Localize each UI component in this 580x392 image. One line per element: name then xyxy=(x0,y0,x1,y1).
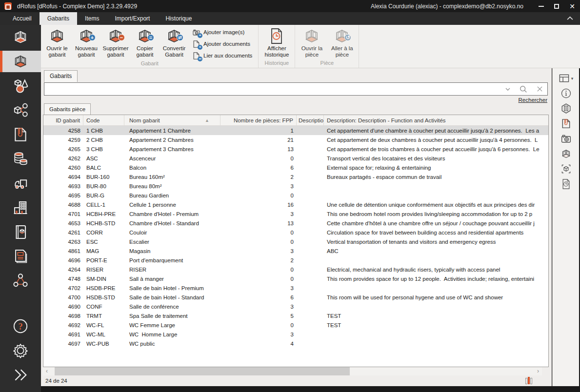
add-images-button[interactable]: + Ajouter image(s) xyxy=(191,28,252,37)
cell-code: PORT-E xyxy=(83,257,124,263)
cell-name: Appartement 1 Chambre xyxy=(124,128,220,134)
table-row[interactable]: 4692WC-FLWC Femme Large0TEST xyxy=(43,320,548,330)
table-row[interactable]: 4263ESCEscalier0Vertical transportation … xyxy=(43,237,548,246)
menu-tab-import-export[interactable]: Import/Export xyxy=(107,12,158,25)
rechercher-link[interactable]: Rechercher xyxy=(519,97,547,103)
button-label: Aller à la pièce xyxy=(327,45,357,58)
table-row[interactable]: 4748SM-DINSall à manger0This room provid… xyxy=(43,274,548,283)
sidebar-item-relations[interactable] xyxy=(0,270,41,292)
column-header-code[interactable]: Code xyxy=(83,115,124,125)
sidebar-item-items[interactable] xyxy=(0,75,41,97)
table-row[interactable]: 42581 CHBAppartement 1 Chambre1Cet appar… xyxy=(43,126,548,135)
button-label: Ajouter image(s) xyxy=(203,29,244,35)
menu-tab-items[interactable]: Items xyxy=(77,12,107,25)
sidebar-item-rooms[interactable] xyxy=(0,26,41,48)
table-body: 42581 CHBAppartement 1 Chambre1Cet appar… xyxy=(43,126,548,367)
show-history-button[interactable]: Afficher historique xyxy=(260,26,293,59)
minimize-icon xyxy=(539,6,544,7)
go-to-room-button[interactable]: ↺ Aller à la pièce xyxy=(327,26,357,59)
copy-template-button[interactable]: = Copier gabarit xyxy=(130,26,160,60)
table-row[interactable]: 4861MAGMagasin3ABC xyxy=(43,246,548,255)
table-row[interactable]: 4688CELL-1Cellule 1 personne16Une cellul… xyxy=(43,200,548,209)
column-header-id[interactable]: ID gabarit xyxy=(43,115,83,125)
left-sidebar xyxy=(0,25,41,392)
cell-id: 4701 xyxy=(43,211,83,217)
sidebar-item-attachments[interactable] xyxy=(0,124,41,145)
convert-template-button[interactable]: ⇄ Convertir Gabarit xyxy=(160,26,189,60)
scroll-right-arrow-icon[interactable]: › xyxy=(534,367,542,375)
sidebar-expand-button[interactable] xyxy=(0,364,41,386)
menu-tab-historique[interactable]: Historique xyxy=(158,12,200,25)
scrollbar-track[interactable] xyxy=(51,367,534,375)
sidebar-item-product-catalog[interactable] xyxy=(0,221,41,243)
cell-description-function: Circulation space for travel between bui… xyxy=(324,230,548,235)
menu-tab-gabarits[interactable]: Gabarits xyxy=(40,12,77,25)
column-header-name[interactable]: Nom gabarit▲ xyxy=(124,115,220,125)
table-row[interactable]: 4653HCHB-STDChambre d'Hotel - Standard13… xyxy=(43,218,548,228)
table-row[interactable]: 4697WC-PUBWC public4 xyxy=(43,339,548,348)
table-row[interactable]: 42592 CHBAppartement 2 Chambres21Cet app… xyxy=(43,135,548,144)
history-panel-button[interactable] xyxy=(553,176,579,192)
cell-id: 4653 xyxy=(43,220,83,226)
table-row[interactable]: 4696PORT-EPort d'embarquement2 xyxy=(43,255,548,265)
cell-code: HSDB-STD xyxy=(83,294,124,300)
table-row[interactable]: 4261CORRCouloir0Circulation space for tr… xyxy=(43,228,548,237)
minimize-button[interactable] xyxy=(533,0,549,12)
open-template-button[interactable]: Ouvrir le gabarit xyxy=(42,26,72,60)
table-row[interactable]: 4700HSDB-STDSalle de bain Hotel - Standa… xyxy=(43,293,548,302)
horizontal-scrollbar[interactable]: ‹ › xyxy=(43,367,542,375)
sidebar-item-finance[interactable] xyxy=(0,148,41,170)
scrollbar-thumb[interactable] xyxy=(55,367,350,375)
table-row[interactable]: 4262ASCAscenceur0Transport vertical des … xyxy=(43,154,548,163)
plus-badge-icon: + xyxy=(198,33,202,38)
room-panel-button[interactable] xyxy=(553,146,579,161)
close-button[interactable]: ✕ xyxy=(564,0,580,12)
search-dropdown-chevron-icon[interactable] xyxy=(505,88,510,91)
new-template-button[interactable]: + Nouveau gabarit xyxy=(72,26,101,60)
sidebar-item-settings[interactable] xyxy=(0,340,41,361)
link-documents-button[interactable]: ∞ Lier aux documents xyxy=(191,51,252,60)
model-3d-panel-button[interactable] xyxy=(553,161,579,176)
datasheet-panel-button[interactable] xyxy=(553,101,579,116)
layout-selector-button[interactable]: ▾ xyxy=(553,71,579,86)
sidebar-item-buildings[interactable] xyxy=(0,197,41,218)
tab-gabarits[interactable]: Gabarits xyxy=(44,70,78,82)
info-panel-button[interactable] xyxy=(553,86,579,101)
table-row[interactable]: 4701HCBH-PREChambre d'Hotel - Premium3Th… xyxy=(43,209,548,218)
add-documents-button[interactable]: + Ajouter documents xyxy=(191,39,252,48)
column-header-description[interactable]: Description xyxy=(297,115,324,125)
table-row[interactable]: 4695BUR-GBureau Gardien0 xyxy=(43,191,548,200)
table-row[interactable]: 4690CONFSalle de conférence3 xyxy=(43,302,548,311)
panel-toggle-icon[interactable] xyxy=(525,377,532,384)
maximize-button[interactable] xyxy=(549,0,564,12)
table-row[interactable]: 4698TRMTSpa Salle de traitement5TEST xyxy=(43,311,548,320)
clear-search-icon[interactable] xyxy=(537,86,543,92)
menu-tab-accueil[interactable]: Accueil xyxy=(5,12,40,25)
sidebar-item-reports[interactable] xyxy=(0,246,41,267)
cell-fpp: 6 xyxy=(220,294,297,300)
column-header-fpp[interactable]: Nombre de pièces: FPP xyxy=(220,115,297,125)
table-row[interactable]: 4260BALCBalcon6External space for; relax… xyxy=(43,163,548,172)
table-row[interactable]: 4694BUR-160Bureau 160m²2Bureaux partagés… xyxy=(43,172,548,181)
scroll-left-arrow-icon[interactable]: ‹ xyxy=(43,367,51,375)
images-panel-button[interactable] xyxy=(553,131,579,146)
sidebar-item-item-groups[interactable] xyxy=(0,99,41,121)
attachments-panel-button[interactable] xyxy=(553,116,579,131)
column-header-description-function[interactable]: Description: Description - Function and … xyxy=(324,115,548,125)
sidebar-item-logistics[interactable] xyxy=(0,173,41,194)
collapse-ribbon-button[interactable] xyxy=(566,16,574,20)
search-input[interactable] xyxy=(44,83,501,95)
delete-template-button[interactable]: − Supprimer gabarit xyxy=(101,26,130,60)
sidebar-item-help[interactable] xyxy=(0,315,41,337)
tab-gabarits-piece[interactable]: Gabarits pièce xyxy=(44,103,91,115)
table-row[interactable]: 4693BUR-80Bureau 80m²3 xyxy=(43,181,548,191)
table-row[interactable]: 4264RISERRISER0Electrical, mechanical an… xyxy=(43,265,548,274)
table-row[interactable]: 4691WC-MLWC Homme Large3 xyxy=(43,330,548,339)
table-row[interactable]: 42653 CHBAppartement 3 Chambres13Cet app… xyxy=(43,144,548,154)
cell-id: 4697 xyxy=(43,341,83,347)
sidebar-item-room-templates[interactable] xyxy=(0,51,41,72)
table-row[interactable]: 4702HSDB-PRESalle de bain Hotel - Premiu… xyxy=(43,283,548,293)
search-icon[interactable] xyxy=(519,85,528,94)
open-room-button[interactable]: Ouvrir la pièce xyxy=(297,26,327,59)
cell-code: SM-DIN xyxy=(83,276,124,282)
